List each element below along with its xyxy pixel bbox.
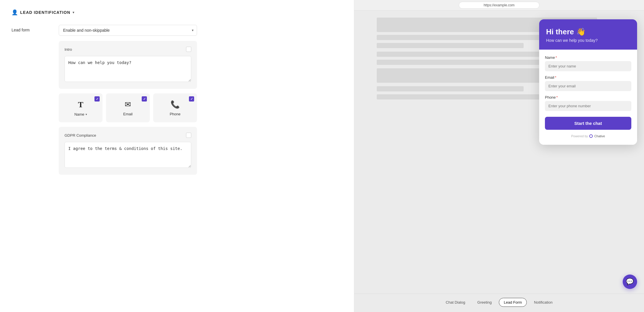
gdpr-card-header: GDPR Compliance — [65, 133, 191, 138]
gdpr-checkbox[interactable] — [186, 133, 191, 138]
intro-card: Intro How can we help you today? — [59, 41, 197, 89]
intro-checkbox[interactable] — [186, 47, 191, 52]
email-form-group: Email * — [545, 75, 631, 91]
phone-field-card: 📞 Phone — [153, 93, 197, 122]
left-panel: 👤 LEAD IDENTIFICATION ▾ Lead form Enable… — [0, 0, 354, 312]
bg-line-3 — [377, 43, 524, 48]
chat-fab-button[interactable]: 💬 — [623, 275, 637, 289]
start-chat-button[interactable]: Start the chat — [545, 117, 631, 130]
person-icon: 👤 — [12, 9, 18, 16]
section-title: LEAD IDENTIFICATION — [20, 10, 70, 15]
tab-chat-dialog[interactable]: Chat Dialog — [441, 298, 470, 307]
chat-greeting: Hi there 👋 — [546, 27, 630, 36]
lead-form-control: Enable and non-skippable Enable and skip… — [59, 25, 197, 179]
hi-there-text: Hi there — [546, 27, 574, 36]
phone-input[interactable] — [545, 101, 631, 111]
browser-url: https://example.com — [459, 2, 539, 9]
name-required-star: * — [556, 55, 557, 60]
bg-line-7 — [377, 86, 524, 91]
gdpr-card: GDPR Compliance I agree to the terms & c… — [59, 127, 197, 175]
email-form-label: Email * — [545, 75, 631, 80]
name-field-label: Name ▾ — [74, 112, 87, 116]
brand-name: Chative — [594, 134, 605, 138]
powered-by: Powered by Chative — [545, 134, 631, 138]
lead-form-select-wrapper[interactable]: Enable and non-skippable Enable and skip… — [59, 25, 197, 36]
intro-textarea[interactable]: How can we help you today? — [65, 56, 191, 82]
gdpr-textarea[interactable]: I agree to the terms & conditions of thi… — [65, 142, 191, 168]
phone-form-group: Phone * — [545, 95, 631, 111]
lead-form-label: Lead form — [12, 25, 52, 32]
wave-emoji: 👋 — [576, 27, 586, 36]
name-form-group: Name * — [545, 55, 631, 71]
brand-logo-circle — [589, 134, 593, 138]
name-form-label: Name * — [545, 55, 631, 60]
intro-card-header: Intro — [65, 47, 191, 52]
intro-label: Intro — [65, 47, 72, 52]
name-field-card: T Name ▾ — [59, 93, 103, 122]
lead-form-select[interactable]: Enable and non-skippable Enable and skip… — [59, 25, 197, 36]
tab-notification[interactable]: Notification — [529, 298, 557, 307]
email-icon: ✉ — [125, 100, 131, 109]
tab-greeting[interactable]: Greeting — [472, 298, 497, 307]
email-field-card: ✉ Email — [106, 93, 150, 122]
email-checkbox[interactable] — [142, 96, 147, 102]
browser-bar: https://example.com — [354, 0, 644, 11]
gdpr-label: GDPR Compliance — [65, 133, 96, 138]
name-dropdown-icon[interactable]: ▾ — [86, 113, 87, 116]
text-icon: T — [78, 100, 84, 109]
phone-field-label: Phone — [170, 112, 181, 116]
chat-subtitle: How can we help you today? — [546, 38, 630, 43]
chat-popup: Hi there 👋 How can we help you today? Na… — [539, 19, 637, 145]
phone-required-star: * — [556, 95, 558, 99]
chat-popup-body: Name * Email * Phone — [539, 50, 637, 145]
preview-area: Hi there 👋 How can we help you today? Na… — [354, 11, 644, 312]
field-cards: T Name ▾ ✉ Email 📞 — [59, 93, 197, 122]
email-input[interactable] — [545, 81, 631, 91]
phone-icon: 📞 — [171, 100, 180, 109]
name-input[interactable] — [545, 61, 631, 71]
name-checkbox[interactable] — [94, 96, 100, 102]
email-field-label: Email — [123, 112, 133, 116]
tab-lead-form[interactable]: Lead Form — [499, 298, 527, 307]
lead-form-row: Lead form Enable and non-skippable Enabl… — [12, 25, 342, 179]
section-header: 👤 LEAD IDENTIFICATION ▾ — [12, 9, 342, 16]
phone-checkbox[interactable] — [189, 96, 194, 102]
bottom-tab-bar: Chat Dialog Greeting Lead Form Notificat… — [354, 294, 644, 312]
chat-fab-icon: 💬 — [626, 278, 634, 285]
chevron-icon: ▾ — [73, 10, 74, 14]
chat-popup-header: Hi there 👋 How can we help you today? — [539, 19, 637, 50]
phone-form-label: Phone * — [545, 95, 631, 99]
right-panel: https://example.com Hi there 👋 — [354, 0, 644, 312]
email-required-star: * — [555, 75, 556, 80]
